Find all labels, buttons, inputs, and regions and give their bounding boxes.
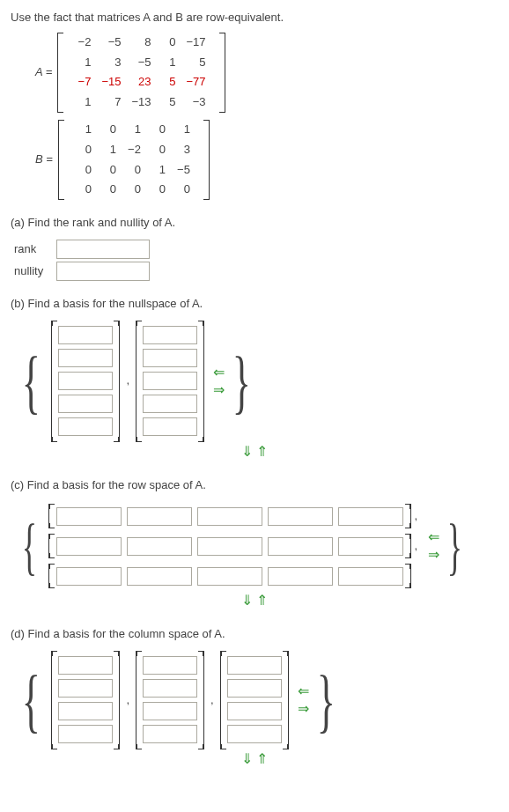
row-v2-c2[interactable]	[127, 537, 192, 556]
row-v2-c3[interactable]	[197, 537, 262, 556]
row-v2-c5[interactable]	[338, 537, 403, 556]
col-v2-c1[interactable]	[143, 656, 197, 675]
add-row-icon[interactable]: ⇑	[256, 444, 268, 459]
colspace-basis-set: { , , ⇐ ⇒ }	[14, 651, 498, 749]
left-brace-icon: {	[22, 526, 37, 567]
rowspace-vector-2	[48, 534, 411, 558]
remove-row-icon[interactable]: ⇓	[241, 444, 253, 459]
matrix-b-label: B =	[35, 151, 53, 169]
nullspace-v2-c4[interactable]	[143, 395, 197, 413]
nullspace-vector-1	[51, 321, 120, 442]
left-brace-icon: {	[22, 357, 41, 406]
col-v3-c1[interactable]	[227, 656, 282, 675]
right-brace-icon: }	[447, 526, 462, 567]
nullspace-v2-c1[interactable]	[143, 326, 197, 344]
nullity-label: nullity	[14, 262, 56, 281]
intro-text: Use the fact that matrices A and B are r…	[11, 9, 498, 27]
part-a-prompt: (a) Find the rank and nullity of A.	[11, 214, 498, 233]
rowspace-vector-1	[48, 504, 411, 528]
part-b-prompt: (b) Find a basis for the nullspace of A.	[11, 295, 498, 314]
nullspace-v1-c3[interactable]	[58, 372, 113, 390]
nullspace-v1-c4[interactable]	[58, 395, 113, 413]
nullspace-v1-c2[interactable]	[58, 349, 113, 367]
add-rowvec-icon[interactable]: ⇑	[256, 593, 268, 608]
remove-row-icon[interactable]: ⇓	[241, 751, 253, 766]
nullspace-v2-c3[interactable]	[143, 372, 197, 390]
row-v1-c1[interactable]	[56, 507, 122, 526]
col-v3-c2[interactable]	[227, 679, 282, 698]
add-vector-icon[interactable]: ⇒	[213, 383, 225, 397]
colspace-vector-3	[220, 651, 289, 749]
right-brace-icon: }	[316, 675, 335, 725]
col-v1-c3[interactable]	[58, 702, 113, 720]
rank-input[interactable]	[56, 240, 150, 259]
row-v1-c3[interactable]	[197, 507, 262, 526]
add-vector-icon[interactable]: ⇒	[298, 702, 309, 716]
comma: ,	[126, 372, 129, 390]
row-v3-c1[interactable]	[56, 567, 122, 586]
nullspace-v2-c5[interactable]	[143, 417, 197, 436]
rowspace-vector-3	[48, 564, 411, 588]
part-d-prompt: (d) Find a basis for the column space of…	[11, 625, 498, 644]
col-v1-c1[interactable]	[58, 656, 113, 675]
remove-vector-icon[interactable]: ⇐	[298, 684, 309, 698]
remove-rowvec-icon[interactable]: ⇓	[241, 593, 253, 608]
nullspace-vector-2	[136, 321, 204, 442]
nullity-input[interactable]	[56, 262, 150, 281]
add-col-icon[interactable]: ⇒	[428, 548, 439, 562]
part-c-prompt: (c) Find a basis for the row space of A.	[11, 476, 498, 495]
row-v3-c4[interactable]	[268, 567, 333, 586]
row-v3-c5[interactable]	[338, 567, 403, 586]
col-v2-c4[interactable]	[143, 725, 197, 743]
row-v1-c4[interactable]	[268, 507, 333, 526]
remove-vector-icon[interactable]: ⇐	[213, 365, 225, 380]
right-brace-icon: }	[232, 357, 251, 406]
col-v2-c2[interactable]	[143, 679, 197, 698]
matrix-a: −2−580−17 13−515 −7−15235−77 17−135−3	[57, 33, 225, 113]
remove-col-icon[interactable]: ⇐	[428, 530, 439, 544]
row-v3-c2[interactable]	[127, 567, 192, 586]
nullspace-v1-c5[interactable]	[58, 417, 113, 436]
col-v1-c4[interactable]	[58, 725, 113, 743]
rowspace-basis-set: { , ,	[14, 501, 498, 591]
matrix-b: 10101 01−203 0001−5 00000	[58, 120, 210, 200]
row-v2-c1[interactable]	[56, 537, 122, 556]
col-v3-c4[interactable]	[227, 725, 282, 743]
row-v3-c3[interactable]	[197, 567, 262, 586]
row-v1-c2[interactable]	[127, 507, 192, 526]
left-brace-icon: {	[22, 675, 41, 725]
matrix-a-label: A =	[35, 63, 52, 82]
row-v1-c5[interactable]	[338, 507, 403, 526]
row-v2-c4[interactable]	[268, 537, 333, 556]
rank-label: rank	[14, 240, 56, 259]
colspace-vector-1	[51, 651, 120, 749]
col-v2-c3[interactable]	[143, 702, 197, 720]
col-v1-c2[interactable]	[58, 679, 113, 698]
nullspace-basis-set: { , ⇐ ⇒ }	[14, 321, 498, 442]
add-row-icon[interactable]: ⇑	[256, 751, 268, 766]
nullspace-v2-c2[interactable]	[143, 349, 197, 367]
colspace-vector-2	[136, 651, 204, 749]
nullspace-v1-c1[interactable]	[58, 326, 113, 344]
col-v3-c3[interactable]	[227, 702, 282, 720]
